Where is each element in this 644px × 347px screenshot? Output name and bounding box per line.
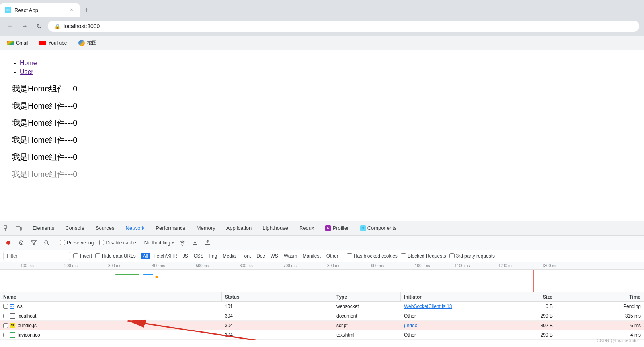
filter-type-other[interactable]: Other [324, 253, 341, 259]
filter-type-css[interactable]: CSS [191, 253, 206, 259]
bookmark-gmail[interactable]: Gmail [5, 39, 31, 47]
cell-status-ws: 101 [222, 304, 333, 309]
tick-400ms: 400 ms [152, 264, 165, 268]
filter-type-all[interactable]: All [141, 253, 150, 259]
reload-button[interactable]: ↻ [33, 21, 45, 32]
filter-type-manifest[interactable]: Manifest [300, 253, 323, 259]
preserve-log-checkbox[interactable]: Preserve log [60, 240, 94, 246]
blocked-requests-checkbox[interactable]: Blocked Requests [401, 253, 446, 259]
filter-type-js[interactable]: JS [180, 253, 191, 259]
row-checkbox[interactable] [3, 333, 8, 337]
cell-type-ws: websocket [333, 304, 401, 309]
gmail-icon [7, 41, 14, 45]
tick-1300ms: 1300 ms [542, 264, 557, 268]
back-button[interactable]: ← [5, 21, 16, 32]
timeline-bar-2 [143, 274, 153, 275]
header-time: Time [556, 292, 644, 301]
filter-icon[interactable] [29, 238, 39, 248]
devtools-panel: Elements Console Sources Network Perform… [0, 221, 644, 340]
security-icon: 🔒 [54, 23, 60, 29]
clear-button[interactable] [16, 238, 26, 248]
filter-type-font[interactable]: Font [239, 253, 253, 259]
maps-icon [78, 40, 85, 46]
row-checkbox[interactable] [3, 314, 8, 318]
record-button[interactable] [3, 238, 14, 248]
row-checkbox[interactable] [3, 304, 8, 309]
devtools-tab-lighthouse[interactable]: Lighthouse [257, 221, 294, 236]
cell-initiator-favicon: Other [401, 332, 516, 338]
svg-point-9 [182, 245, 183, 246]
export-icon[interactable] [203, 238, 213, 248]
initiator-link[interactable]: WebSocketClient.js:13 [404, 304, 452, 309]
filter-type-fetch[interactable]: Fetch/XHR [151, 253, 180, 259]
devtools-tab-redux[interactable]: Redux [294, 221, 320, 236]
devtools-tab-application[interactable]: Application [221, 221, 258, 236]
svg-line-8 [47, 244, 49, 245]
network-table: Name Status Type Initiator Size Time ws … [0, 292, 644, 340]
cell-name-localhost: localhost [0, 313, 222, 319]
devtools-inspect-icon[interactable] [2, 223, 12, 234]
devtools-tab-performance[interactable]: Performance [150, 221, 191, 236]
ico-icon [10, 332, 15, 338]
svg-point-7 [45, 241, 48, 244]
filter-type-media[interactable]: Media [220, 253, 238, 259]
header-status: Status [222, 292, 333, 301]
devtools-tab-sources[interactable]: Sources [90, 221, 120, 236]
table-row[interactable]: localhost 304 document Other 299 B 315 m… [0, 311, 644, 321]
nav-user-link[interactable]: User [20, 68, 33, 75]
search-icon[interactable] [41, 238, 52, 248]
cell-size-localhost: 299 B [516, 313, 556, 319]
active-tab[interactable]: ⚛ React App × [0, 3, 80, 17]
toolbar-separator-2 [141, 239, 141, 247]
devtools-responsive-icon[interactable] [14, 223, 24, 234]
devtools-tab-bar: Elements Console Sources Network Perform… [0, 221, 644, 236]
filter-type-img[interactable]: Img [207, 253, 219, 259]
devtools-tab-profiler[interactable]: R Profiler [320, 221, 354, 236]
cell-name-bundle: JS bundle.js [0, 323, 222, 328]
header-initiator: Initiator [401, 292, 516, 301]
bookmark-maps[interactable]: 地图 [76, 38, 99, 48]
cell-status-localhost: 304 [222, 313, 333, 319]
tick-100ms: 100 ms [21, 264, 34, 268]
devtools-tab-network[interactable]: Network [120, 221, 150, 236]
table-row[interactable]: ws ws 101 websocket WebSocketClient.js:1… [0, 302, 644, 311]
import-icon[interactable] [190, 238, 200, 248]
filter-type-ws[interactable]: WS [268, 253, 281, 259]
wifi-icon[interactable] [177, 238, 187, 248]
cell-time-favicon: 4 ms [556, 332, 644, 338]
address-bar: ← → ↻ 🔒 localhost:3000 [0, 17, 644, 36]
new-tab-button[interactable]: + [81, 4, 92, 16]
forward-button[interactable]: → [19, 21, 30, 32]
devtools-tab-memory[interactable]: Memory [191, 221, 221, 236]
has-blocked-cookies-checkbox[interactable]: Has blocked cookies [347, 253, 398, 259]
tick-200ms: 200 ms [64, 264, 78, 268]
content-line-3: 我是Home组件---0 [12, 118, 632, 128]
tab-favicon: ⚛ [5, 7, 11, 13]
table-row[interactable]: favicon.ico 304 text/html Other 299 B 4 … [0, 330, 644, 340]
filter-types: All Fetch/XHR JS CSS Img Media Font Doc … [141, 253, 341, 259]
filter-type-doc[interactable]: Doc [254, 253, 267, 259]
nav-home-link[interactable]: Home [20, 60, 37, 66]
row-checkbox[interactable] [3, 323, 8, 328]
devtools-tab-console[interactable]: Console [60, 221, 90, 236]
filter-input[interactable] [3, 252, 70, 260]
table-row[interactable]: JS bundle.js 304 script (index) 302 B 6 … [0, 321, 644, 330]
devtools-tab-elements[interactable]: Elements [27, 221, 60, 236]
filter-type-wasm[interactable]: Wasm [281, 253, 300, 259]
initiator-link[interactable]: (index) [404, 323, 419, 328]
devtools-tab-components[interactable]: ⚛ Components [355, 221, 402, 236]
toolbar-separator-1 [55, 239, 55, 247]
throttle-select[interactable]: No throttling [144, 240, 175, 246]
cell-type-localhost: document [333, 313, 401, 319]
header-size: Size [516, 292, 556, 301]
disable-cache-checkbox[interactable]: Disable cache [99, 240, 136, 246]
invert-checkbox[interactable]: Invert [73, 253, 92, 259]
third-party-checkbox[interactable]: 3rd-party requests [449, 253, 495, 259]
cell-status-favicon: 304 [222, 332, 333, 338]
bookmark-youtube[interactable]: YouTube [37, 39, 69, 47]
url-bar[interactable]: 🔒 localhost:3000 [48, 21, 639, 32]
tick-600ms: 600 ms [240, 264, 253, 268]
hide-data-urls-checkbox[interactable]: Hide data URLs [95, 253, 136, 259]
cell-time-bundle: 6 ms [556, 323, 644, 328]
tab-close-button[interactable]: × [68, 7, 75, 13]
